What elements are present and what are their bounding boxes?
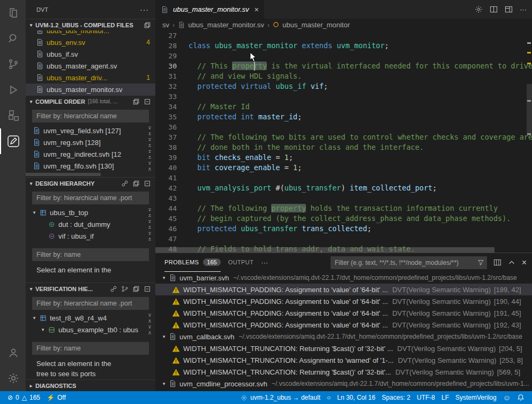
compile-order-item[interactable]: uvm_reg_indirect.svh [12	[26, 148, 155, 160]
move-to-top-icon[interactable]	[147, 314, 152, 318]
breadcrumb-folder[interactable]: sv	[162, 21, 169, 29]
row-actions[interactable]	[147, 232, 152, 241]
move-to-top-icon[interactable]	[147, 126, 152, 131]
search-icon[interactable]	[0, 26, 26, 51]
chevron-down-icon[interactable]: ▾	[30, 315, 39, 321]
problem-file-group[interactable]: ▾uvm_cmdline_processor.svh~/.vscode/exte…	[155, 378, 532, 390]
section-diagnostics[interactable]: ▸ DIAGNOSTICS	[26, 379, 155, 391]
row-actions[interactable]	[147, 126, 152, 135]
problem-file-group[interactable]: ▾uvm_callback.svh~/.vscode/extensions/am…	[155, 331, 532, 342]
compile-order-filter-input[interactable]	[32, 110, 149, 123]
panel-tab-problems[interactable]: PROBLEMS165	[164, 253, 221, 272]
vertical-scrollbar[interactable]	[527, 84, 532, 135]
problems-filter-input[interactable]	[331, 256, 487, 269]
design-name-filter-input[interactable]	[32, 248, 149, 261]
open-file-icon[interactable]	[132, 180, 140, 187]
open-file-icon[interactable]	[144, 21, 151, 29]
split-editor-icon[interactable]	[490, 5, 498, 13]
move-to-bottom-icon[interactable]	[147, 318, 152, 323]
code-line[interactable]: 47	[155, 234, 532, 244]
design-hierarchy-filter-input[interactable]	[32, 192, 149, 204]
move-to-top-icon[interactable]	[147, 150, 152, 154]
problem-row[interactable]: WIDTH_MISMATCH_PADDING: Assignment to 'v…	[155, 284, 532, 295]
code-line[interactable]: 36	[155, 122, 532, 132]
row-actions[interactable]	[147, 150, 152, 159]
collapse-all-icon[interactable]	[144, 180, 151, 187]
problems-status[interactable]: ⊘ 0 △ 165	[4, 391, 43, 404]
account-icon[interactable]	[0, 340, 26, 365]
notifications-bell-icon[interactable]	[514, 391, 528, 404]
file-item[interactable]: ubus_master_driv...1	[26, 72, 155, 83]
code-line[interactable]: 42 uvm_analysis_port #(ubus_transfer) it…	[155, 183, 532, 193]
code-line[interactable]: 39 bit checks_enable = 1;	[155, 153, 532, 163]
move-to-top-icon[interactable]	[147, 220, 152, 224]
move-to-bottom-icon[interactable]	[147, 330, 152, 334]
section-design-hierarchy[interactable]: ▾ DESIGN HIERARCHY	[26, 177, 155, 189]
verification-hierarchy-filter-input[interactable]	[32, 297, 149, 310]
feedback-smiley-icon[interactable]: ☺	[500, 391, 514, 404]
maximize-panel-icon[interactable]	[508, 259, 515, 266]
open-file-icon[interactable]	[132, 285, 140, 293]
horizontal-scrollbar[interactable]	[155, 247, 532, 253]
code-line[interactable]: 29	[155, 51, 532, 61]
move-to-bottom-icon[interactable]	[147, 237, 152, 241]
collapse-all-icon[interactable]	[144, 98, 151, 105]
close-icon[interactable]: ×	[254, 5, 259, 14]
tree-item[interactable]: ▾ubus_tb_top	[26, 207, 155, 218]
move-to-bottom-icon[interactable]	[147, 166, 152, 171]
compile-order-item[interactable]: uvm_reg.svh [128]	[26, 136, 155, 148]
problem-row[interactable]: WIDTH_MISMATCH_PADDING: Assignment to 'v…	[155, 295, 532, 307]
code-line[interactable]: 32 protected virtual ubus_if vif;	[155, 81, 532, 92]
section-compiled-files[interactable]: ▾ UVM-1.2_UBUS - COMPILED FILES	[26, 19, 155, 31]
verification-name-filter-input[interactable]	[32, 342, 149, 355]
code-line[interactable]: 40 bit coverage_enable = 1;	[155, 163, 532, 173]
indentation-status[interactable]: Spaces: 2	[379, 391, 414, 404]
problem-row[interactable]: WIDTH_MISMATCH_PADDING: Assignment to 'v…	[155, 307, 532, 319]
row-actions[interactable]	[147, 138, 152, 147]
compile-order-scrollbar[interactable]	[26, 172, 155, 177]
panel-tab-output[interactable]: OUTPUT	[228, 253, 254, 272]
file-item[interactable]: ubus_master_monitor.sv	[26, 83, 155, 95]
tree-item[interactable]: vif : ubus_if	[26, 230, 155, 242]
code-line[interactable]: 30 // This property is the virtual inter…	[155, 61, 532, 71]
branch-icon[interactable]	[121, 285, 129, 293]
row-actions[interactable]	[147, 162, 152, 171]
cursor-position[interactable]: Ln 30, Col 16	[334, 391, 378, 404]
file-item[interactable]: ubus_if.sv	[26, 48, 155, 60]
code-line[interactable]: 38 // done both in the monitor class and…	[155, 142, 532, 153]
encoding-status[interactable]: UTF-8	[414, 391, 438, 404]
dvt-icon[interactable]	[0, 128, 26, 154]
tree-item[interactable]: ▾ubus_example_tb0 : ubus	[26, 324, 155, 336]
filter-funnel-icon[interactable]	[477, 259, 484, 268]
code-line[interactable]: 37 // The following two bits are used to…	[155, 132, 532, 142]
layout-icon[interactable]	[505, 5, 513, 13]
code-line[interactable]: 43	[155, 193, 532, 203]
more-actions-icon[interactable]: ···	[140, 5, 149, 14]
code-line[interactable]: 46 protected ubus_transfer trans_collect…	[155, 224, 532, 234]
code-line[interactable]: 31 // and view HDL signals.	[155, 71, 532, 81]
tree-item[interactable]: ▾test_r8_w8_r4_w4	[26, 312, 155, 324]
code-line[interactable]: 45 // begin captured (by the collect_add…	[155, 214, 532, 224]
run-debug-icon[interactable]	[0, 77, 26, 103]
move-to-top-icon[interactable]	[147, 208, 152, 212]
move-to-bottom-icon[interactable]	[147, 213, 152, 217]
problem-row[interactable]: WIDTH_MISMATCH_TRUNCATION: Assignment to…	[155, 354, 532, 366]
move-to-bottom-icon[interactable]	[147, 143, 152, 147]
collapse-all-icon[interactable]	[144, 285, 151, 293]
move-to-bottom-icon[interactable]	[147, 131, 152, 135]
problem-row[interactable]: WIDTH_MISMATCH_TRUNCATION: Returning '$c…	[155, 342, 532, 354]
chevron-down-icon[interactable]: ▾	[39, 327, 47, 332]
row-actions[interactable]	[147, 208, 152, 217]
views-icon[interactable]	[493, 258, 501, 266]
settings-gear-icon[interactable]	[0, 365, 26, 391]
move-to-bottom-icon[interactable]	[147, 155, 152, 159]
move-to-top-icon[interactable]	[147, 162, 152, 166]
code-line[interactable]: 35 protected int master_id;	[155, 112, 532, 122]
close-panel-icon[interactable]: ×	[522, 258, 527, 268]
more-actions-icon[interactable]: ···	[520, 5, 527, 13]
more-tabs-icon[interactable]: ···	[261, 258, 268, 266]
code-line[interactable]: 41	[155, 173, 532, 183]
file-item[interactable]: ubus_bus_monitor...	[26, 31, 155, 36]
section-compile-order[interactable]: ▾ COMPILE ORDER [166 total, ...	[26, 95, 155, 107]
section-verification-hierarchy[interactable]: ▾ VERIFICATION HIE...	[26, 283, 155, 294]
